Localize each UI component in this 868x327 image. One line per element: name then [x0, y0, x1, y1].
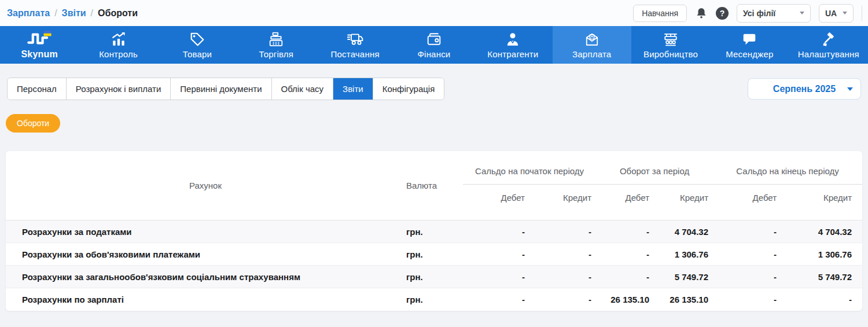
breadcrumb-link-salary[interactable]: Зарплата: [7, 8, 50, 19]
turnover-table-card: Рахунок Валюта Сальдо на початок періоду…: [6, 151, 862, 311]
tab-time-tracking[interactable]: Облік часу: [272, 78, 334, 100]
chevron-down-icon: [843, 12, 847, 14]
nav-item-finance[interactable]: Фінанси: [395, 26, 473, 64]
value-cell: 1 306.76: [654, 243, 713, 266]
nav-item-counterparties[interactable]: Контрагенти: [473, 26, 552, 64]
nav-label: Товари: [183, 49, 212, 59]
bell-icon[interactable]: [695, 7, 708, 20]
value-cell: -: [529, 288, 596, 311]
value-cell: -: [529, 243, 596, 266]
help-icon[interactable]: ?: [716, 7, 729, 20]
language-select[interactable]: UA: [819, 4, 854, 23]
nav-label: Фінанси: [418, 49, 451, 59]
nav-label: Контроль: [99, 49, 138, 59]
nav-item-goods[interactable]: Товари: [158, 26, 237, 64]
report-badge[interactable]: Обороти: [6, 114, 60, 133]
column-header-account: Рахунок: [6, 151, 405, 221]
nav-item-production[interactable]: Виробництво: [631, 26, 710, 64]
group-header-opening-balance: Сальдо на початок періоду: [463, 151, 596, 185]
nav-item-supply[interactable]: Постачання: [315, 26, 394, 64]
chevron-down-icon: [800, 12, 804, 14]
nav-item-control[interactable]: Контроль: [79, 26, 157, 64]
group-header-closing-balance: Сальдо на кінець періоду: [713, 151, 862, 185]
value-cell: 4 704.32: [654, 221, 713, 243]
branch-select[interactable]: Усі філії: [737, 4, 811, 23]
topbar: Зарплата / Звіти / Обороти Навчання ? Ус…: [0, 0, 868, 26]
period-select[interactable]: Серпень 2025: [748, 78, 861, 100]
tab-primary-documents[interactable]: Первинні документи: [171, 78, 271, 100]
nav-item-salary[interactable]: Зарплата: [553, 26, 631, 64]
nav-item-trade[interactable]: Торгівля: [237, 26, 315, 64]
breadcrumb-separator: /: [91, 8, 93, 19]
price-tag-icon: [190, 31, 205, 47]
value-cell: -: [463, 266, 529, 288]
salary-envelope-icon: [584, 31, 599, 47]
nav-item-messenger[interactable]: Месенджер: [710, 26, 789, 64]
value-cell: -: [713, 221, 781, 243]
badge-row: Обороти: [6, 114, 861, 133]
section-tabs-row: Персонал Розрахунок і виплати Первинні д…: [7, 78, 861, 100]
skynum-logo-icon: [25, 31, 53, 47]
gavel-icon: [821, 31, 836, 47]
chevron-down-icon: [847, 87, 853, 91]
table-row: Розрахунки за обов'язковими платежами гр…: [6, 243, 862, 266]
table-row: Розрахунки за податками грн. - - - 4 704…: [6, 221, 862, 243]
value-cell: 26 135.10: [654, 288, 713, 311]
currency-cell: грн.: [405, 221, 463, 243]
breadcrumb-link-reports[interactable]: Звіти: [62, 8, 86, 19]
value-cell: -: [781, 288, 862, 311]
logo-text: Skynum: [21, 49, 57, 60]
tab-personnel[interactable]: Персонал: [8, 78, 67, 100]
value-cell: 1 306.76: [781, 243, 862, 266]
column-header-currency: Валюта: [405, 151, 463, 221]
value-cell: -: [713, 243, 781, 266]
value-cell: 26 135.10: [596, 288, 654, 311]
tab-configuration[interactable]: Конфігурація: [373, 78, 444, 100]
person-icon: [505, 31, 520, 47]
wallet-icon: [426, 31, 442, 47]
subheader-credit: Кредит: [529, 185, 596, 221]
nav-label: Контрагенти: [487, 49, 538, 59]
nav-item-settings[interactable]: Налаштування: [789, 26, 868, 64]
account-cell: Розрахунки за загальнообов'язковим соціа…: [6, 266, 405, 288]
value-cell: -: [713, 288, 781, 311]
account-cell: Розрахунки за обов'язковими платежами: [6, 243, 405, 266]
help-glyph: ?: [716, 7, 729, 20]
currency-cell: грн.: [405, 243, 463, 266]
group-header-period-turnover: Оборот за період: [596, 151, 713, 185]
account-cell: Розрахунки по зарплаті: [6, 288, 405, 311]
production-line-icon: [663, 31, 678, 47]
topbar-actions: Навчання ? Усі філії UA: [633, 4, 862, 23]
currency-cell: грн.: [405, 266, 463, 288]
nav-label: Торгівля: [259, 49, 293, 59]
language-select-value: UA: [825, 9, 837, 18]
subheader-debit: Дебет: [596, 185, 654, 221]
table-row: Розрахунки по зарплаті грн. - - 26 135.1…: [6, 288, 862, 311]
value-cell: -: [596, 221, 654, 243]
period-select-value: Серпень 2025: [773, 84, 836, 94]
nav-label: Налаштування: [798, 49, 859, 59]
turnover-table: Рахунок Валюта Сальдо на початок періоду…: [6, 151, 862, 311]
tab-calculation-payments[interactable]: Розрахунок і виплати: [67, 78, 171, 100]
value-cell: -: [596, 243, 654, 266]
table-row: Розрахунки за загальнообов'язковим соціа…: [6, 266, 862, 288]
subheader-credit: Кредит: [654, 185, 713, 221]
training-button[interactable]: Навчання: [633, 5, 687, 22]
value-cell: -: [463, 221, 529, 243]
subheader-debit: Дебет: [463, 185, 529, 221]
topbar-divider: [862, 6, 862, 21]
subheader-debit: Дебет: [713, 185, 781, 221]
value-cell: -: [463, 243, 529, 266]
value-cell: -: [463, 288, 529, 311]
main-nav: Skynum Контроль Товари: [0, 26, 868, 64]
value-cell: 4 704.32: [781, 221, 862, 243]
cash-register-icon: [269, 31, 284, 47]
tab-reports[interactable]: Звіти: [333, 78, 373, 100]
skynum-logo[interactable]: Skynum: [0, 26, 79, 64]
value-cell: 5 749.72: [781, 266, 862, 288]
chat-bubble-icon: [742, 31, 757, 47]
nav-label: Месенджер: [726, 49, 773, 59]
breadcrumb-separator: /: [54, 8, 57, 19]
nav-label: Постачання: [331, 49, 380, 59]
chart-growth-icon: [111, 31, 126, 47]
